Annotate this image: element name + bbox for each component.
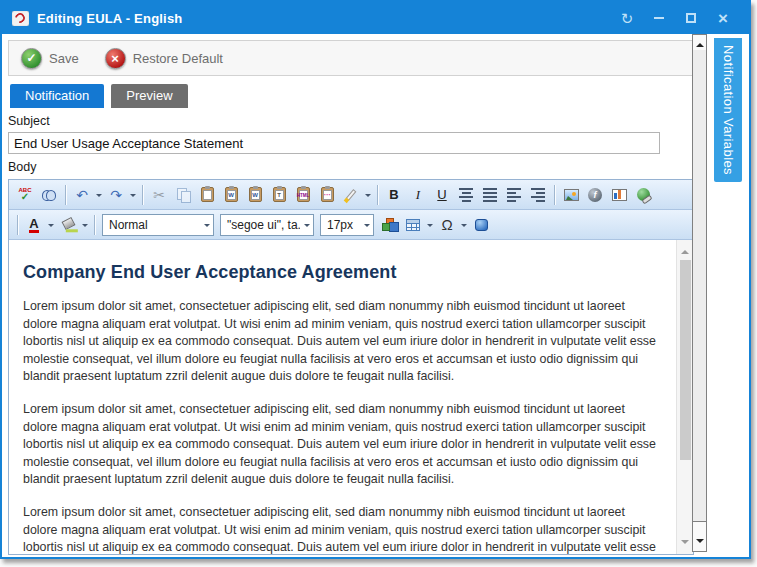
restore-default-button[interactable]: × Restore Default bbox=[105, 48, 223, 69]
insert-table-dropdown[interactable] bbox=[425, 214, 435, 236]
subject-input[interactable] bbox=[8, 132, 660, 154]
undo-dropdown[interactable] bbox=[94, 184, 104, 206]
font-color-button[interactable]: A bbox=[23, 214, 45, 236]
binoculars-icon bbox=[42, 190, 56, 199]
paste-special-icon: ⋯ bbox=[321, 187, 334, 202]
toolbar-separator bbox=[377, 185, 378, 205]
panel-scroll-down-icon[interactable] bbox=[696, 539, 704, 547]
restore-x-icon: × bbox=[105, 48, 126, 69]
toolbar-separator bbox=[142, 185, 143, 205]
italic-button[interactable]: I bbox=[407, 184, 429, 206]
document-paragraph: Lorem ipsum dolor sit amet, consectetuer… bbox=[23, 298, 657, 386]
paste-special-button[interactable]: ⋯ bbox=[316, 184, 338, 206]
panel-scrollbar-thumb[interactable] bbox=[693, 50, 706, 522]
save-button[interactable]: ✓ Save bbox=[21, 48, 79, 69]
toolbar-separator bbox=[65, 185, 66, 205]
save-label: Save bbox=[49, 51, 79, 66]
body-label: Body bbox=[8, 160, 694, 176]
underline-button[interactable]: U bbox=[431, 184, 453, 206]
redo-button[interactable]: ↷ bbox=[105, 184, 127, 206]
spellcheck-button[interactable]: ABC✓ bbox=[14, 184, 36, 206]
refresh-button[interactable]: ↻ bbox=[619, 10, 635, 26]
background-color-button[interactable] bbox=[57, 214, 79, 236]
insert-symbol-dropdown[interactable] bbox=[459, 214, 469, 236]
cut-button[interactable]: ✂ bbox=[148, 184, 170, 206]
justify-button[interactable] bbox=[479, 184, 501, 206]
module-manager-button[interactable] bbox=[470, 214, 492, 236]
toolbar-separator bbox=[17, 215, 18, 235]
panel-scrollbar[interactable] bbox=[692, 34, 707, 552]
action-toolbar: ✓ Save × Restore Default bbox=[8, 40, 694, 76]
maximize-icon bbox=[686, 13, 696, 23]
minimize-button[interactable] bbox=[651, 10, 667, 26]
document-paragraph: Lorem ipsum dolor sit amet, consectetuer… bbox=[23, 401, 657, 489]
window-title: Editing EULA - English bbox=[37, 11, 182, 26]
save-check-icon: ✓ bbox=[21, 48, 42, 69]
background-color-dropdown[interactable] bbox=[80, 214, 90, 236]
close-button[interactable]: × bbox=[715, 10, 731, 26]
insert-symbol-button[interactable]: Ω bbox=[436, 214, 458, 236]
paste-word-cleanup-button[interactable]: W bbox=[244, 184, 266, 206]
editor-scrollbar-thumb[interactable] bbox=[680, 260, 691, 460]
bold-icon: B bbox=[389, 188, 398, 201]
screen: Editing EULA - English ↻ × ✓ Save × Rest… bbox=[0, 0, 757, 567]
hyperlink-icon bbox=[637, 188, 650, 201]
table-icon bbox=[406, 219, 420, 231]
bold-button[interactable]: B bbox=[383, 184, 405, 206]
restore-default-label: Restore Default bbox=[133, 51, 223, 66]
copy-button[interactable] bbox=[172, 184, 194, 206]
panel-scroll-up-icon[interactable] bbox=[696, 39, 704, 47]
font-size-select[interactable]: 17px bbox=[320, 214, 374, 236]
align-left-icon bbox=[507, 188, 521, 202]
paste-text-icon: T bbox=[273, 187, 286, 202]
font-name-select[interactable]: "segoe ui", ta... bbox=[220, 214, 314, 236]
editor-scrollbar[interactable] bbox=[676, 240, 693, 554]
align-left-button[interactable] bbox=[503, 184, 525, 206]
font-color-icon: A bbox=[29, 217, 38, 233]
format-stripper-button[interactable] bbox=[340, 184, 362, 206]
editor-toolbar-row2: A Normal "segoe ui", ta... 17px Ω bbox=[9, 210, 693, 240]
hyperlink-manager-button[interactable] bbox=[632, 184, 654, 206]
paste-plain-text-button[interactable]: T bbox=[268, 184, 290, 206]
insert-snippet-button[interactable] bbox=[378, 214, 400, 236]
window-controls: ↻ × bbox=[619, 10, 739, 26]
media-manager-button[interactable] bbox=[608, 184, 630, 206]
flash-icon: f bbox=[588, 188, 602, 202]
notification-variables-tab[interactable]: Notification Variables bbox=[714, 38, 742, 182]
copy-icon bbox=[177, 188, 189, 201]
tab-notification[interactable]: Notification bbox=[10, 84, 104, 108]
document-heading: Company End User Acceptance Agreement bbox=[23, 262, 657, 283]
paragraph-style-select[interactable]: Normal bbox=[102, 214, 214, 236]
align-right-button[interactable] bbox=[527, 184, 549, 206]
paste-html-button[interactable]: HTML bbox=[292, 184, 314, 206]
redo-icon: ↷ bbox=[110, 188, 122, 202]
paragraph-style-value: Normal bbox=[109, 218, 200, 232]
format-stripper-dropdown[interactable] bbox=[363, 184, 373, 206]
tab-preview[interactable]: Preview bbox=[111, 84, 187, 108]
paste-button[interactable] bbox=[196, 184, 218, 206]
find-replace-button[interactable] bbox=[38, 184, 60, 206]
editor-toolbar-row1: ABC✓ ↶ ↷ ✂ W W T HTML ⋯ bbox=[9, 180, 693, 210]
align-center-button[interactable] bbox=[455, 184, 477, 206]
font-color-dropdown[interactable] bbox=[46, 214, 56, 236]
scroll-down-icon[interactable] bbox=[681, 540, 689, 548]
undo-icon: ↶ bbox=[76, 188, 88, 202]
scroll-up-icon[interactable] bbox=[681, 246, 689, 254]
flash-manager-button[interactable]: f bbox=[584, 184, 606, 206]
image-icon bbox=[564, 189, 579, 201]
rich-text-editor: ABC✓ ↶ ↷ ✂ W W T HTML ⋯ bbox=[8, 179, 694, 555]
minimize-icon bbox=[654, 17, 664, 19]
image-manager-button[interactable] bbox=[560, 184, 582, 206]
omega-icon: Ω bbox=[441, 217, 452, 232]
insert-table-button[interactable] bbox=[402, 214, 424, 236]
editor-content[interactable]: Company End User Acceptance Agreement Lo… bbox=[9, 240, 693, 554]
paste-from-word-button[interactable]: W bbox=[220, 184, 242, 206]
tab-bar: Notification Preview bbox=[10, 84, 694, 108]
maximize-button[interactable] bbox=[683, 10, 699, 26]
snippet-blocks-icon bbox=[382, 218, 396, 231]
redo-dropdown[interactable] bbox=[128, 184, 138, 206]
module-icon bbox=[475, 219, 488, 231]
undo-button[interactable]: ↶ bbox=[71, 184, 93, 206]
media-icon bbox=[612, 189, 627, 201]
brush-icon bbox=[346, 189, 357, 201]
